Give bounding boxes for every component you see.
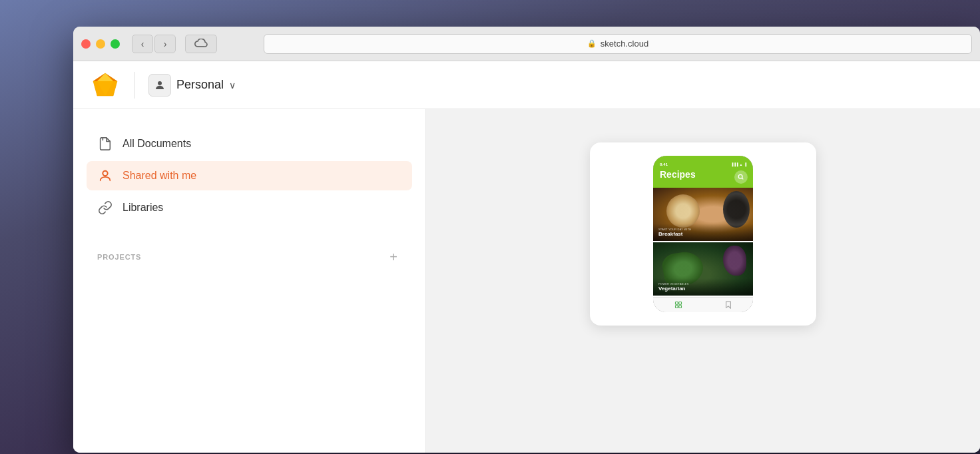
traffic-lights	[81, 39, 120, 49]
breakfast-card-image: START YOUR DAY WITH Breakfast	[653, 188, 753, 241]
cloud-icon	[194, 39, 208, 49]
svg-rect-12	[675, 302, 678, 305]
close-button[interactable]	[81, 39, 91, 49]
phone-mockup-container: 8:41 ▐▐▐ ▲ ▐ Recipes	[590, 142, 816, 326]
phone-screen: 8:41 ▐▐▐ ▲ ▐ Recipes	[653, 156, 753, 312]
svg-rect-15	[678, 306, 681, 308]
breakfast-name: Breakfast	[658, 231, 748, 237]
svg-rect-14	[675, 306, 678, 308]
content-area: 8:41 ▐▐▐ ▲ ▐ Recipes	[426, 109, 980, 453]
cloud-button[interactable]	[185, 35, 217, 53]
plus-icon: +	[389, 250, 397, 265]
all-documents-label: All Documents	[122, 138, 191, 150]
back-button[interactable]: ‹	[132, 35, 153, 53]
svg-rect-13	[678, 302, 681, 305]
phone-frame: 8:41 ▐▐▐ ▲ ▐ Recipes	[653, 156, 753, 312]
sketch-diamond-icon	[92, 72, 119, 99]
shared-with-me-label: Shared with me	[122, 170, 196, 182]
vegetarian-card-image: POWER VEGETABLES Vegetarian	[653, 242, 753, 296]
account-selector[interactable]: Personal ∨	[148, 74, 236, 97]
vegetarian-name: Vegetarian	[658, 286, 748, 292]
status-icons: ▐▐▐ ▲ ▐	[731, 162, 746, 166]
app-content: Personal ∨	[73, 61, 980, 453]
battery-icon: ▐	[744, 162, 746, 166]
back-icon: ‹	[141, 39, 144, 49]
recipe-app-title: Recipes	[660, 169, 696, 182]
breakfast-card-overlay: START YOUR DAY WITH Breakfast	[653, 224, 753, 241]
breakfast-card: START YOUR DAY WITH Breakfast	[653, 188, 753, 241]
recipe-search-icon	[734, 170, 748, 184]
sidebar-item-libraries[interactable]: Libraries	[87, 193, 412, 222]
sidebar-item-shared-with-me[interactable]: Shared with me	[87, 161, 412, 190]
account-name: Personal	[176, 78, 224, 92]
svg-point-7	[158, 81, 162, 85]
wifi-icon: ▲	[740, 162, 743, 166]
sidebar: All Documents Shared with me	[73, 109, 426, 453]
header-divider	[134, 72, 135, 99]
svg-line-11	[742, 178, 743, 179]
maximize-button[interactable]	[111, 39, 120, 49]
forward-icon: ›	[164, 39, 167, 49]
projects-section: PROJECTS +	[73, 249, 425, 265]
libraries-label: Libraries	[122, 202, 163, 214]
shared-icon	[97, 168, 113, 184]
lock-icon: 🔒	[587, 39, 597, 48]
title-bar: ‹ › 🔒 sketch.cloud	[73, 27, 980, 61]
projects-label: PROJECTS	[97, 253, 141, 261]
phone-tab-home	[674, 300, 683, 310]
signal-icon: ▐▐▐	[731, 162, 738, 166]
minimize-button[interactable]	[96, 39, 105, 49]
vegetarian-card-overlay: POWER VEGETABLES Vegetarian	[653, 278, 753, 296]
status-time: 8:41	[660, 162, 668, 166]
projects-header: PROJECTS +	[97, 249, 401, 265]
chevron-down-icon: ∨	[229, 80, 236, 91]
phone-bottom-bar	[653, 297, 753, 312]
forward-button[interactable]: ›	[154, 35, 176, 53]
sidebar-nav: All Documents Shared with me	[73, 129, 425, 222]
document-icon	[97, 136, 113, 152]
nav-buttons: ‹ ›	[132, 35, 176, 53]
svg-point-10	[738, 174, 742, 178]
browser-window: ‹ › 🔒 sketch.cloud	[73, 27, 980, 453]
sketch-logo	[89, 69, 121, 101]
account-icon	[148, 74, 171, 97]
vegetarian-card: POWER VEGETABLES Vegetarian	[653, 242, 753, 296]
address-bar[interactable]: 🔒 sketch.cloud	[264, 34, 972, 54]
recipe-app-header: 8:41 ▐▐▐ ▲ ▐ Recipes	[653, 156, 753, 188]
phone-tab-bookmark	[724, 300, 733, 310]
url-text: sketch.cloud	[601, 39, 648, 49]
libraries-icon	[97, 200, 113, 216]
svg-point-9	[103, 171, 107, 176]
sidebar-item-all-documents[interactable]: All Documents	[87, 129, 412, 158]
phone-status-bar: 8:41 ▐▐▐ ▲ ▐	[660, 162, 746, 166]
app-header: Personal ∨	[73, 61, 980, 109]
main-layout: All Documents Shared with me	[73, 109, 980, 453]
add-project-button[interactable]: +	[385, 249, 401, 265]
